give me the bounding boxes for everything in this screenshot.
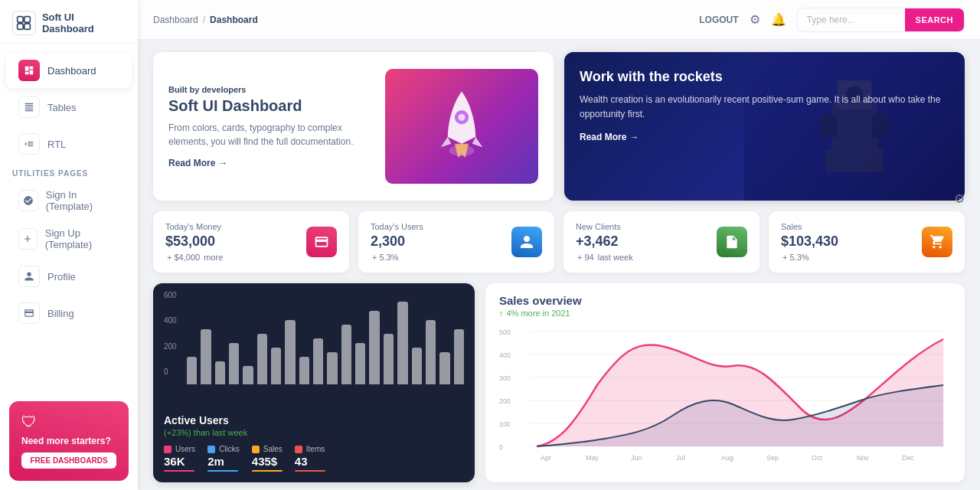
profile-icon: [18, 266, 40, 287]
svg-text:200: 200: [499, 397, 511, 405]
hero-description: From colors, cards, typography to comple…: [168, 121, 383, 149]
stat-value: 2,300: [371, 234, 423, 250]
stat-value: +3,462: [576, 234, 633, 250]
sidebar-item-profile[interactable]: Profile: [6, 259, 132, 294]
arrow-icon: →: [218, 158, 227, 168]
chart-bar: [454, 329, 464, 384]
svg-text:Aug: Aug: [721, 454, 733, 462]
top-row: Built by developers Soft UI Dashboard Fr…: [153, 52, 965, 201]
svg-text:Jun: Jun: [631, 454, 642, 462]
tables-icon: [18, 96, 40, 118]
sidebar-item-rtl[interactable]: RTL: [6, 126, 132, 162]
hero-card: Built by developers Soft UI Dashboard Fr…: [153, 52, 554, 201]
promo-button[interactable]: FREE DASHBOARDS: [21, 452, 116, 469]
sidebar-item-dashboard[interactable]: Dashboard: [6, 53, 132, 88]
dashboard-icon: [18, 60, 40, 81]
stat-label: Today's Users: [371, 222, 423, 231]
header-right: LOGOUT ⚙ 🔔 SEARCH: [699, 8, 965, 32]
promo-title: Need more starters?: [21, 436, 116, 446]
clicks-bar: [207, 470, 238, 472]
legend-clicks: Clicks 2m: [207, 445, 240, 472]
users-dot: [164, 446, 172, 453]
sales-bar: [252, 470, 283, 472]
chart-bar: [215, 361, 225, 384]
chart-bar: [299, 357, 309, 384]
stat-icon-sales: [922, 227, 952, 257]
sidebar-item-label: RTL: [47, 139, 66, 150]
chart-bar: [355, 343, 365, 384]
sidebar-item-label: Profile: [47, 271, 76, 283]
sidebar: Soft UI Dashboard Dashboard Tables RTL U…: [0, 0, 138, 490]
svg-text:Oct: Oct: [812, 454, 822, 462]
brand-icon: [12, 11, 36, 35]
chart-bar: [426, 320, 436, 384]
chart-bar: [187, 357, 197, 384]
line-chart-svg: 500 400 300 200 100 0 Apr May Jun Jul Au…: [499, 324, 951, 469]
hero-card-text: Built by developers Soft UI Dashboard Fr…: [168, 85, 385, 168]
signin-icon: [18, 190, 38, 211]
sidebar-item-billing[interactable]: Billing: [6, 296, 132, 331]
svg-point-6: [458, 114, 465, 121]
signup-icon: [18, 228, 38, 250]
notifications-icon[interactable]: 🔔: [771, 12, 786, 27]
bar-chart-card: 600 400 200 0 Active Users (+23%) than l…: [153, 283, 475, 482]
chart-bar: [285, 320, 295, 384]
sidebar-item-label: Sign In (Template): [46, 189, 119, 212]
sidebar-item-signup[interactable]: Sign Up (Template): [6, 220, 132, 257]
chart-bar: [271, 348, 281, 384]
dark-hero-title: Work with the rockets: [580, 69, 949, 85]
stat-card-clients: New Clients +3,462 + 94 last week: [564, 211, 760, 273]
breadcrumb-separator: /: [203, 15, 205, 25]
svg-text:Jul: Jul: [676, 454, 684, 462]
sidebar-item-tables[interactable]: Tables: [6, 90, 132, 125]
arrow-icon: →: [629, 132, 639, 142]
stat-label: Sales: [781, 222, 838, 231]
brand-title: Soft UI Dashboard: [42, 11, 126, 34]
sidebar-item-label: Sign Up (Template): [45, 227, 119, 250]
chart-bar: [243, 366, 253, 384]
users-bar: [164, 470, 194, 472]
items-dot: [295, 446, 302, 453]
svg-rect-13: [866, 149, 884, 172]
stat-change: + 94 last week: [576, 253, 633, 262]
utilities-label: UTILITIES PAGES: [0, 163, 138, 181]
line-chart-title: Sales overview: [499, 294, 951, 307]
stat-change: + 5.3%: [781, 253, 838, 262]
rtl-icon: [18, 133, 40, 155]
legend-sales: Sales 435$: [252, 445, 283, 472]
dark-hero-read-more[interactable]: Read More →: [580, 132, 949, 142]
sidebar-item-label: Billing: [47, 308, 74, 319]
breadcrumb: Dashboard / Dashboard: [153, 15, 258, 25]
bar-chart-y-axis: 600 400 200 0: [164, 291, 177, 376]
chart-bar: [439, 352, 449, 384]
search-input[interactable]: [798, 15, 905, 25]
stat-label: New Clients: [576, 222, 633, 231]
dark-hero-description: Wealth creation is an evolutionarily rec…: [580, 93, 949, 121]
hero-read-more[interactable]: Read More →: [168, 158, 385, 168]
stat-icon-money: [306, 227, 337, 257]
svg-text:Dec: Dec: [902, 454, 914, 462]
sidebar-item-signin[interactable]: Sign In (Template): [6, 182, 132, 219]
sidebar-item-label: Tables: [47, 102, 77, 113]
svg-text:100: 100: [499, 420, 511, 428]
hero-subtitle: Built by developers: [168, 85, 385, 94]
svg-text:0: 0: [499, 443, 503, 451]
svg-text:Sep: Sep: [766, 454, 779, 462]
stat-icon-users: [511, 227, 542, 257]
search-box: SEARCH: [797, 8, 965, 32]
chart-bar: [384, 334, 394, 384]
breadcrumb-current: Dashboard: [210, 15, 258, 25]
logout-button[interactable]: LOGOUT: [699, 15, 738, 25]
chart-legend: Users 36K Clicks 2m: [164, 445, 464, 472]
chart-bar: [229, 343, 239, 384]
svg-rect-1: [24, 17, 31, 23]
stat-value: $53,000: [165, 234, 223, 250]
stat-icon-clients: [717, 227, 747, 257]
bar-chart-area: 600 400 200 0: [153, 283, 475, 407]
dark-hero-card: Work with the rockets Wealth creation is…: [564, 52, 965, 201]
search-button[interactable]: SEARCH: [905, 8, 964, 32]
settings-icon[interactable]: ⚙: [750, 12, 760, 27]
line-chart-subtitle: ↑ 4% more in 2021: [499, 309, 951, 318]
stats-settings-icon[interactable]: ⚙: [954, 191, 965, 206]
line-chart-card: Sales overview ↑ 4% more in 2021: [485, 283, 965, 482]
